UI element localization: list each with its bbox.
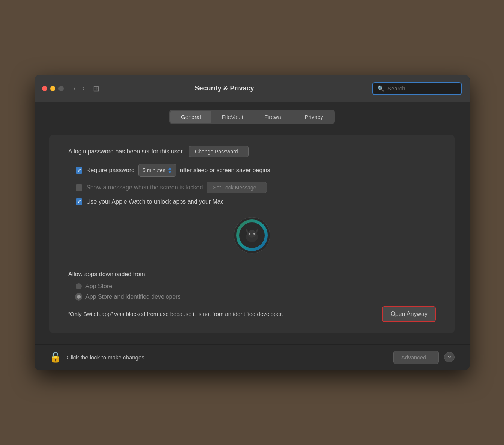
advanced-button[interactable]: Advanced... xyxy=(393,351,439,364)
lock-message-label: Show a message when the screen is locked xyxy=(86,184,203,191)
tab-privacy[interactable]: Privacy xyxy=(294,111,334,123)
close-button[interactable] xyxy=(42,86,47,91)
system-preferences-window: ‹ › ⊞ Security & Privacy 🔍 General FileV… xyxy=(34,75,470,370)
dropdown-arrows-icon: ▲ ▼ xyxy=(168,166,172,174)
tab-general[interactable]: General xyxy=(170,111,211,123)
fullscreen-button[interactable] xyxy=(58,86,64,91)
app-store-radio-row: App Store xyxy=(76,283,436,290)
password-set-text: A login password has been set for this u… xyxy=(68,148,183,155)
svg-point-4 xyxy=(249,233,250,235)
window-title: Security & Privacy xyxy=(77,84,372,92)
change-password-button[interactable]: Change Password... xyxy=(189,146,249,157)
apple-watch-label: Use your Apple Watch to unlock apps and … xyxy=(86,198,224,205)
svg-point-5 xyxy=(254,233,255,235)
app-store-label: App Store xyxy=(86,283,112,290)
tab-firewall[interactable]: Firewall xyxy=(254,111,294,123)
lock-message-checkbox[interactable] xyxy=(76,184,82,191)
search-box[interactable]: 🔍 xyxy=(372,82,462,95)
after-sleep-text: after sleep or screen saver begins xyxy=(180,167,270,174)
svg-point-3 xyxy=(248,230,256,238)
app-store-developers-label: App Store and identified developers xyxy=(86,293,181,300)
blocked-app-text: “Only Switch.app” was blocked from use b… xyxy=(68,310,375,319)
tab-bar: General FileVault Firewall Privacy xyxy=(169,110,335,124)
password-time-dropdown[interactable]: 5 minutes ▲ ▼ xyxy=(138,164,176,177)
general-panel: A login password has been set for this u… xyxy=(50,135,454,333)
traffic-lights xyxy=(42,86,64,91)
dropdown-value: 5 minutes xyxy=(142,167,165,173)
lock-icon[interactable]: 🔓 xyxy=(50,352,62,363)
lock-text: Click the lock to make changes. xyxy=(67,354,388,361)
checkmark-icon: ✓ xyxy=(77,199,81,204)
minimize-button[interactable] xyxy=(50,86,56,91)
set-lock-message-button[interactable]: Set Lock Message... xyxy=(207,182,267,193)
apple-watch-row: ✓ Use your Apple Watch to unlock apps an… xyxy=(76,198,436,205)
checkmark-icon: ✓ xyxy=(77,168,81,173)
require-password-label: Require password xyxy=(86,167,135,174)
app-store-radio[interactable] xyxy=(76,283,82,289)
switch-app-icon xyxy=(233,216,271,254)
require-password-checkbox[interactable]: ✓ xyxy=(76,167,82,174)
bottom-bar: 🔓 Click the lock to make changes. Advanc… xyxy=(34,344,470,370)
password-row: A login password has been set for this u… xyxy=(68,146,436,157)
lock-message-row: Show a message when the screen is locked… xyxy=(76,182,436,193)
blocked-app-row: “Only Switch.app” was blocked from use b… xyxy=(68,306,436,322)
open-anyway-button[interactable]: Open Anyway xyxy=(382,306,436,322)
apple-watch-checkbox[interactable]: ✓ xyxy=(76,198,82,205)
app-icon-area xyxy=(68,216,436,254)
search-input[interactable] xyxy=(387,85,457,92)
content-area: General FileVault Firewall Privacy A log… xyxy=(34,102,470,344)
allow-apps-label: Allow apps downloaded from: xyxy=(68,271,436,278)
titlebar: ‹ › ⊞ Security & Privacy 🔍 xyxy=(34,75,470,102)
search-icon: 🔍 xyxy=(377,85,384,92)
tab-filevault[interactable]: FileVault xyxy=(212,111,254,123)
section-divider xyxy=(68,262,436,262)
help-button[interactable]: ? xyxy=(444,352,454,362)
require-password-row: ✓ Require password 5 minutes ▲ ▼ after s… xyxy=(76,164,436,177)
app-store-developers-radio-row: App Store and identified developers xyxy=(76,293,436,300)
app-store-developers-radio[interactable] xyxy=(76,294,82,300)
